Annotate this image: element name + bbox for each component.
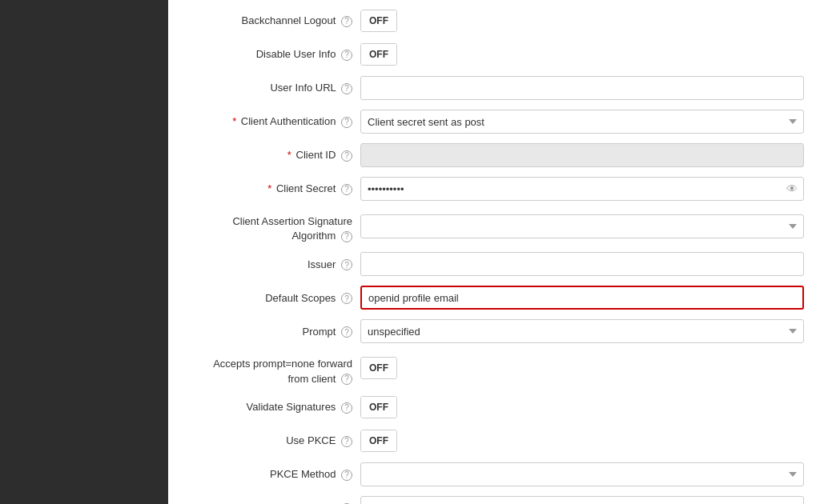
prompt-row: Prompt ? unspecified none login consent … xyxy=(184,318,804,344)
sidebar xyxy=(0,0,168,504)
default-scopes-input[interactable] xyxy=(360,286,804,310)
accepts-prompt-label: Accepts prompt=none forward from client … xyxy=(184,357,360,386)
client-id-label: * Client ID ? xyxy=(184,149,360,162)
client-id-help-icon[interactable]: ? xyxy=(341,150,352,162)
client-assertion-help-icon[interactable]: ? xyxy=(341,231,352,242)
validate-signatures-toggle[interactable]: OFF xyxy=(360,396,397,418)
validate-signatures-help-icon[interactable]: ? xyxy=(341,402,352,414)
validate-signatures-row: Validate Signatures ? OFF xyxy=(184,394,804,420)
disable-user-info-help-icon[interactable]: ? xyxy=(341,50,352,61)
backchannel-logout-off-btn[interactable]: OFF xyxy=(361,10,396,31)
client-auth-row: * Client Authentication ? Client secret … xyxy=(184,109,804,134)
prompt-label: Prompt ? xyxy=(184,326,360,338)
default-scopes-label: Default Scopes ? xyxy=(184,292,360,305)
disable-user-info-toggle[interactable]: OFF xyxy=(360,43,397,66)
allowed-clock-skew-input[interactable] xyxy=(360,496,804,504)
allowed-clock-skew-row: Allowed clock skew ? xyxy=(184,495,804,504)
user-info-url-label: User Info URL ? xyxy=(184,82,360,94)
validate-signatures-label: Validate Signatures ? xyxy=(184,401,360,414)
issuer-help-icon[interactable]: ? xyxy=(341,259,352,270)
pkce-method-row: PKCE Method ? xyxy=(184,462,804,487)
use-pkce-row: Use PKCE ? OFF xyxy=(184,428,804,454)
pkce-method-select[interactable] xyxy=(360,462,804,486)
client-secret-input[interactable] xyxy=(360,177,804,201)
pkce-method-label: PKCE Method ? xyxy=(184,468,360,481)
default-scopes-help-icon[interactable]: ? xyxy=(341,293,352,304)
client-auth-label: * Client Authentication ? xyxy=(184,115,360,128)
client-secret-label: * Client Secret ? xyxy=(184,182,360,195)
accepts-prompt-toggle[interactable]: OFF xyxy=(360,357,397,379)
password-toggle-icon[interactable]: 👁 xyxy=(786,182,798,195)
prompt-help-icon[interactable]: ? xyxy=(341,326,352,338)
use-pkce-off-btn[interactable]: OFF xyxy=(361,430,396,451)
disable-user-info-label: Disable User Info ? xyxy=(184,48,360,61)
client-assertion-label: Client Assertion Signature Algorithm ? xyxy=(184,214,360,243)
backchannel-logout-row: Backchannel Logout ? OFF xyxy=(184,8,804,34)
user-info-url-input[interactable] xyxy=(360,76,804,100)
client-assertion-row: Client Assertion Signature Algorithm ? xyxy=(184,210,804,243)
prompt-select[interactable]: unspecified none login consent select_ac… xyxy=(360,319,804,343)
client-secret-input-wrapper: 👁 xyxy=(360,177,804,201)
client-auth-help-icon[interactable]: ? xyxy=(341,117,352,128)
client-id-row: * Client ID ? xyxy=(184,142,804,168)
client-secret-help-icon[interactable]: ? xyxy=(341,184,352,195)
accepts-prompt-row: Accepts prompt=none forward from client … xyxy=(184,352,804,386)
issuer-row: Issuer ? xyxy=(184,251,804,277)
use-pkce-toggle[interactable]: OFF xyxy=(360,430,397,452)
issuer-label: Issuer ? xyxy=(184,258,360,271)
client-secret-row: * Client Secret ? 👁 xyxy=(184,176,804,202)
use-pkce-help-icon[interactable]: ? xyxy=(341,436,352,447)
default-scopes-row: Default Scopes ? xyxy=(184,285,804,310)
disable-user-info-off-btn[interactable]: OFF xyxy=(361,44,396,65)
client-assertion-select[interactable] xyxy=(360,214,804,238)
user-info-url-row: User Info URL ? xyxy=(184,75,804,101)
backchannel-logout-help-icon[interactable]: ? xyxy=(341,16,352,27)
pkce-method-help-icon[interactable]: ? xyxy=(341,470,352,481)
use-pkce-label: Use PKCE ? xyxy=(184,434,360,447)
validate-signatures-off-btn[interactable]: OFF xyxy=(361,397,396,418)
user-info-url-help-icon[interactable]: ? xyxy=(341,83,352,94)
client-auth-select[interactable]: Client secret sent as post Client secret… xyxy=(360,110,804,134)
accepts-prompt-help-icon[interactable]: ? xyxy=(341,374,352,385)
client-id-input[interactable] xyxy=(360,143,804,167)
disable-user-info-row: Disable User Info ? OFF xyxy=(184,42,804,67)
accepts-prompt-off-btn[interactable]: OFF xyxy=(361,358,396,378)
backchannel-logout-label: Backchannel Logout ? xyxy=(184,14,360,27)
backchannel-logout-toggle[interactable]: OFF xyxy=(360,10,397,32)
main-content: Backchannel Logout ? OFF Disable User In… xyxy=(168,0,820,504)
issuer-input[interactable] xyxy=(360,252,804,276)
